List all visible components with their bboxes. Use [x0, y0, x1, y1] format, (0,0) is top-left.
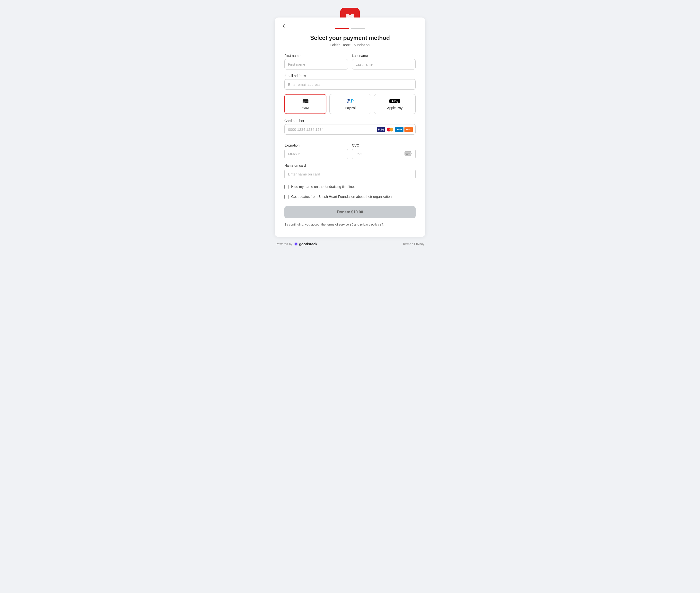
svg-rect-1: [303, 101, 308, 102]
card-number-group: Card number VISA AMEX DISC: [284, 119, 416, 139]
cvc-container: CVC: [352, 149, 416, 159]
updates-checkbox-row: Get updates from British Heart Foundatio…: [284, 194, 416, 201]
svg-rect-5: [406, 154, 408, 155]
updates-checkbox-label: Get updates from British Heart Foundatio…: [291, 194, 393, 199]
apple-pay-badge: Pay: [389, 99, 400, 103]
card-payment-button[interactable]: Card: [284, 94, 326, 114]
hide-name-checkbox-row: Hide my name on the fundraising timeline…: [284, 184, 416, 191]
footer-privacy-link[interactable]: Privacy: [414, 242, 424, 246]
card-logos: VISA AMEX DISC: [377, 127, 413, 132]
name-on-card-label: Name on card: [284, 164, 416, 167]
visa-logo: VISA: [377, 127, 385, 132]
privacy-policy-link[interactable]: privacy policy: [360, 223, 384, 226]
progress-step-2: [351, 28, 365, 29]
goodstack-logo: goodstack: [294, 242, 317, 246]
back-button[interactable]: [279, 23, 288, 30]
last-name-group: Last name: [352, 54, 416, 70]
powered-by-text: Powered by: [276, 242, 293, 246]
paypal-label: PayPal: [345, 106, 356, 110]
cvc-card-icon: CVC: [404, 151, 413, 157]
terms-and-text: and: [353, 223, 360, 226]
applepay-icon: Pay: [389, 98, 400, 105]
hide-name-checkbox[interactable]: [284, 185, 289, 189]
name-row: First name Last name: [284, 54, 416, 70]
footer-terms-link[interactable]: Terms: [402, 242, 411, 246]
applepay-label: Apple Pay: [387, 106, 402, 110]
updates-checkbox[interactable]: [284, 195, 289, 199]
terms-text: By continuing, you accept the terms of s…: [284, 222, 416, 227]
card-label: Card: [302, 106, 309, 110]
external-link-icon: [350, 223, 353, 226]
email-group: Email address: [284, 74, 416, 90]
email-label: Email address: [284, 74, 416, 78]
svg-text:CVC: CVC: [410, 153, 413, 154]
goodstack-icon: [294, 242, 298, 246]
paypal-payment-button[interactable]: PP PayPal: [329, 94, 371, 114]
mastercard-logo: [386, 127, 394, 132]
amex-logo: AMEX: [395, 127, 403, 132]
footer-links: Terms • Privacy: [402, 242, 424, 246]
applepay-payment-button[interactable]: Pay Apple Pay: [374, 94, 416, 114]
last-name-label: Last name: [352, 54, 416, 57]
email-input[interactable]: [284, 79, 416, 90]
payment-methods: Card PP PayPal Pay Apple Pay: [284, 94, 416, 114]
footer-bullet: •: [411, 242, 414, 246]
first-name-label: First name: [284, 54, 348, 57]
card-number-label: Card number: [284, 119, 416, 123]
payment-card: Select your payment method British Heart…: [275, 17, 425, 237]
donate-button[interactable]: Donate $10.00: [284, 206, 416, 218]
discover-logo: DISC: [404, 127, 413, 132]
expiration-label: Expiration: [284, 144, 348, 147]
first-name-input[interactable]: [284, 59, 348, 70]
progress-step-1: [335, 28, 349, 29]
terms-before-text: By continuing, you accept the: [284, 223, 326, 226]
last-name-input[interactable]: [352, 59, 416, 70]
progress-bar: [284, 28, 416, 29]
cvc-group: CVC CVC: [352, 144, 416, 159]
card-icon: [302, 98, 309, 105]
terms-after-text: .: [383, 223, 384, 226]
first-name-group: First name: [284, 54, 348, 70]
name-on-card-input[interactable]: [284, 169, 416, 180]
name-on-card-group: Name on card: [284, 164, 416, 180]
powered-by: Powered by goodstack: [276, 242, 317, 246]
hide-name-checkbox-label: Hide my name on the fundraising timeline…: [291, 184, 355, 189]
page-subtitle: British Heart Foundation: [284, 43, 416, 47]
card-number-container: VISA AMEX DISC: [284, 124, 416, 135]
svg-rect-2: [303, 102, 305, 103]
paypal-icon: PP: [347, 98, 354, 105]
page-title: Select your payment method: [284, 35, 416, 41]
expiry-cvc-row: Expiration CVC CVC: [284, 144, 416, 159]
expiration-input[interactable]: [284, 149, 348, 159]
terms-of-service-link[interactable]: terms of service: [326, 223, 353, 226]
privacy-external-link-icon: [380, 223, 383, 226]
expiration-group: Expiration: [284, 144, 348, 159]
svg-point-8: [294, 242, 298, 246]
goodstack-name: goodstack: [299, 242, 317, 246]
cvc-label: CVC: [352, 144, 416, 147]
footer: Powered by goodstack Terms • Privacy: [275, 242, 425, 246]
